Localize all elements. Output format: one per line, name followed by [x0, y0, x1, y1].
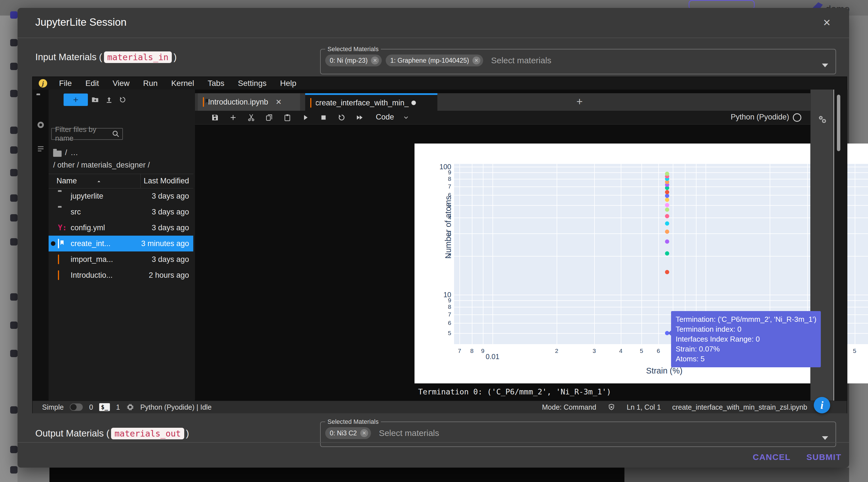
share-icon[interactable] [10, 322, 18, 329]
menu-settings[interactable]: Settings [231, 79, 273, 88]
breadcrumb[interactable]: / … [53, 148, 78, 157]
file-row[interactable]: src3 days ago [49, 204, 193, 220]
upload-icon[interactable] [105, 96, 113, 104]
copy-cells-icon[interactable] [265, 113, 274, 122]
breadcrumb-root[interactable]: / [65, 148, 67, 157]
property-inspector-gears-icon[interactable] [817, 115, 828, 125]
create-icon[interactable] [10, 63, 18, 70]
tab-create_interface_with_min_[interactable]: create_interface_with_min_ [305, 93, 437, 111]
molecule-icon[interactable] [10, 147, 18, 154]
scatter-point[interactable] [665, 230, 670, 234]
table-of-contents-tab-icon[interactable] [36, 145, 45, 153]
home-folder-icon[interactable] [53, 151, 62, 157]
scatter-point[interactable] [665, 194, 670, 198]
cut-cells-icon[interactable] [247, 113, 255, 122]
chip-remove-icon[interactable]: ✕ [360, 429, 368, 437]
info-button[interactable]: i [814, 397, 830, 413]
dropdown-chevron-icon[interactable] [822, 64, 828, 67]
refresh-icon[interactable] [119, 96, 127, 104]
filter-files-input[interactable]: Filter files by name [51, 128, 123, 140]
material-chip[interactable]: 0: Ni (mp-23)✕ [325, 55, 382, 66]
cancel-button[interactable]: CANCEL [751, 452, 792, 462]
sort-caret-icon[interactable] [96, 179, 102, 184]
menu-run[interactable]: Run [136, 79, 164, 88]
scatter-point[interactable] [665, 251, 670, 255]
paste-cells-icon[interactable] [283, 113, 291, 122]
file-row[interactable]: Y:config.yml3 days ago [49, 220, 193, 236]
globe-icon[interactable] [10, 350, 18, 357]
panel-icon[interactable] [10, 214, 18, 222]
column-last-modified[interactable]: Last Modified [144, 176, 189, 185]
curve-icon[interactable] [10, 466, 18, 474]
menu-view[interactable]: View [106, 79, 136, 88]
scatter-point[interactable] [665, 221, 670, 225]
save-icon[interactable] [211, 113, 219, 122]
modal-close-icon[interactable]: ✕ [823, 17, 831, 28]
wave-icon[interactable] [10, 238, 18, 246]
scrollbar-thumb[interactable] [837, 95, 840, 151]
scatter-point[interactable] [665, 171, 670, 176]
users-icon[interactable] [10, 293, 18, 300]
scatter-point[interactable] [665, 208, 670, 212]
restart-run-all-icon[interactable] [355, 113, 364, 122]
cell-type-dropdown[interactable]: Code [376, 113, 394, 122]
kernel-status-icon[interactable] [793, 113, 801, 122]
select-materials-placeholder[interactable]: Select materials [491, 56, 551, 65]
menu-kernel[interactable]: Kernel [164, 79, 201, 88]
new-folder-icon[interactable] [91, 96, 99, 104]
input-selected-materials-field[interactable]: Selected Materials 0: Ni (mp-23)✕1: Grap… [320, 45, 836, 74]
user-icon[interactable] [10, 406, 18, 414]
menu-file[interactable]: File [52, 79, 79, 88]
book-icon[interactable] [10, 90, 18, 97]
kernel-name-button[interactable]: Python (Pyodide) [731, 113, 789, 122]
scatter-point[interactable] [665, 214, 670, 218]
kernel-status-text[interactable]: Python (Pyodide) | Idle [141, 403, 212, 411]
add-cell-icon[interactable] [229, 113, 237, 122]
list-lines-icon[interactable] [10, 127, 18, 134]
file-browser-tab-icon[interactable] [36, 95, 45, 104]
chip-remove-icon[interactable]: ✕ [472, 57, 480, 64]
tab-Introduction.ipynb[interactable]: Introduction.ipynb✕ [198, 93, 300, 111]
tab-close-icon[interactable]: ✕ [276, 98, 282, 106]
column-name[interactable]: Name [57, 176, 77, 185]
app-logo-icon[interactable] [10, 11, 18, 19]
file-row[interactable]: create_int...3 minutes ago [49, 236, 193, 252]
dropdown-chevron-icon[interactable] [822, 436, 828, 440]
breadcrumb-ellipsis[interactable]: … [71, 148, 78, 157]
submit-button[interactable]: SUBMIT [805, 452, 843, 462]
cursor-position[interactable]: Ln 1, Col 1 [627, 403, 661, 411]
file-row[interactable]: Introductio...2 hours ago [49, 267, 193, 283]
file-row[interactable]: jupyterlite3 days ago [49, 188, 193, 204]
new-launcher-button[interactable]: + [64, 94, 88, 106]
bookmark-icon[interactable] [10, 169, 18, 176]
select-materials-placeholder[interactable]: Select materials [379, 428, 439, 438]
restart-kernel-icon[interactable] [337, 113, 346, 122]
simple-mode-toggle[interactable] [70, 404, 83, 411]
ring-icon[interactable] [10, 446, 18, 453]
chevron-down-icon[interactable] [403, 114, 409, 121]
unsaved-changes-dot[interactable] [411, 101, 416, 105]
scatter-point[interactable] [665, 239, 670, 244]
chip-remove-icon[interactable]: ✕ [371, 57, 379, 64]
material-chip[interactable]: 0: Ni3 C2✕ [325, 427, 371, 439]
scatter-point[interactable] [665, 198, 670, 202]
file-row[interactable]: import_ma...3 days ago [49, 252, 193, 267]
menu-edit[interactable]: Edit [79, 79, 106, 88]
breadcrumb-path[interactable]: / other / materials_designer / [53, 161, 150, 169]
scatter-point[interactable] [665, 203, 670, 207]
gridline-y [454, 256, 868, 257]
menu-bars-icon[interactable] [10, 39, 18, 46]
window-scrollbar[interactable] [834, 90, 847, 400]
menu-tabs[interactable]: Tabs [201, 79, 231, 88]
material-chip[interactable]: 1: Graphene (mp-1040425)✕ [386, 55, 483, 66]
running-kernels-tab-icon[interactable] [36, 121, 45, 129]
command-mode-indicator[interactable]: Mode: Command [542, 403, 596, 411]
interrupt-kernel-icon[interactable] [319, 113, 328, 122]
file-list-header[interactable]: Name Last Modified [49, 174, 193, 188]
scatter-point[interactable] [665, 270, 670, 274]
run-cell-icon[interactable] [301, 113, 310, 122]
menu-help[interactable]: Help [273, 79, 303, 88]
flask-icon[interactable] [10, 194, 18, 202]
add-tab-icon[interactable]: + [577, 96, 583, 108]
scatter-point[interactable] [665, 190, 670, 194]
